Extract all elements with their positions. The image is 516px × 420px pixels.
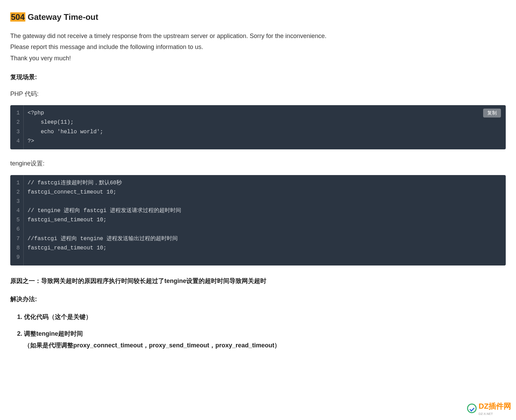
code-block-tengine: 1// fastcgi连接超时时间，默认60秒 2fastcgi_connect… xyxy=(10,175,506,266)
code-line: fastcgi_connect_timeout 10; xyxy=(23,188,506,197)
code-line xyxy=(23,225,506,234)
code-line: ?> xyxy=(23,137,506,149)
scenario-label: 复现场景: xyxy=(10,72,506,83)
code-row: 4?> xyxy=(10,137,506,149)
code-line xyxy=(23,253,506,265)
code-row: 2 sleep(11); xyxy=(10,118,506,127)
cause-heading: 原因之一：导致网关超时的原因程序执行时间较长超过了tengine设置的超时时间导… xyxy=(10,276,506,286)
code-row: 4// tengine 进程向 fastcgi 进程发送请求过程的超时时间 xyxy=(10,206,506,215)
php-label: PHP 代码: xyxy=(10,89,506,99)
code-line: <?php xyxy=(23,105,506,118)
line-number: 2 xyxy=(10,188,23,197)
title-highlight: 504 xyxy=(10,12,25,22)
line-number: 8 xyxy=(10,244,23,253)
code-block-php: 复制 1<?php 2 sleep(11); 3 echo 'hello wor… xyxy=(10,105,506,149)
code-line xyxy=(23,197,506,206)
copy-button[interactable]: 复制 xyxy=(483,109,501,118)
code-row: 3 echo 'hello world'; xyxy=(10,127,506,137)
intro-line-2: Please report this message and include t… xyxy=(10,41,506,52)
code-row: 9 xyxy=(10,253,506,265)
line-number: 4 xyxy=(10,137,23,149)
page-title: 504 Gateway Time-out xyxy=(10,10,506,24)
line-number: 7 xyxy=(10,234,23,244)
intro-line-1: The gateway did not receive a timely res… xyxy=(10,30,506,41)
line-number: 1 xyxy=(10,105,23,118)
code-row: 2fastcgi_connect_timeout 10; xyxy=(10,188,506,197)
code-table: 1// fastcgi连接超时时间，默认60秒 2fastcgi_connect… xyxy=(10,175,506,266)
code-line: sleep(11); xyxy=(23,118,506,127)
solution-subtext: （如果是代理调整proxy_connect_timeout，proxy_send… xyxy=(24,339,506,351)
code-line: // fastcgi连接超时时间，默认60秒 xyxy=(23,175,506,188)
solution-text: 调整tengine超时时间 xyxy=(24,330,83,337)
line-number: 4 xyxy=(10,206,23,215)
line-number: 6 xyxy=(10,225,23,234)
line-number: 5 xyxy=(10,215,23,225)
code-line: fastcgi_read_timeout 10; xyxy=(23,244,506,253)
code-row: 7//fastcgi 进程向 tengine 进程发送输出过程的超时时间 xyxy=(10,234,506,244)
code-row: 8fastcgi_read_timeout 10; xyxy=(10,244,506,253)
code-table: 1<?php 2 sleep(11); 3 echo 'hello world'… xyxy=(10,105,506,149)
line-number: 2 xyxy=(10,118,23,127)
code-row: 3 xyxy=(10,197,506,206)
solution-item-2: 调整tengine超时时间 （如果是代理调整proxy_connect_time… xyxy=(24,328,506,351)
solve-label: 解决办法: xyxy=(10,294,506,305)
intro-block: The gateway did not receive a timely res… xyxy=(10,30,506,64)
line-number: 9 xyxy=(10,253,23,265)
solutions-list: 优化代码（这个是关键） 调整tengine超时时间 （如果是代理调整proxy_… xyxy=(24,311,506,351)
code-row: 1<?php xyxy=(10,105,506,118)
code-row: 5fastcgi_send_timeout 10; xyxy=(10,215,506,225)
intro-line-3: Thank you very much! xyxy=(10,53,506,64)
solution-text: 优化代码（这个是关键） xyxy=(24,313,92,320)
tengine-label: tengine设置: xyxy=(10,158,506,169)
title-rest: Gateway Time-out xyxy=(25,12,98,22)
code-line: fastcgi_send_timeout 10; xyxy=(23,215,506,225)
code-line: //fastcgi 进程向 tengine 进程发送输出过程的超时时间 xyxy=(23,234,506,244)
line-number: 3 xyxy=(10,127,23,137)
code-row: 1// fastcgi连接超时时间，默认60秒 xyxy=(10,175,506,188)
line-number: 1 xyxy=(10,175,23,188)
code-row: 6 xyxy=(10,225,506,234)
code-line: // tengine 进程向 fastcgi 进程发送请求过程的超时时间 xyxy=(23,206,506,215)
line-number: 3 xyxy=(10,197,23,206)
solution-item-1: 优化代码（这个是关键） xyxy=(24,311,506,323)
code-line: echo 'hello world'; xyxy=(23,127,506,137)
